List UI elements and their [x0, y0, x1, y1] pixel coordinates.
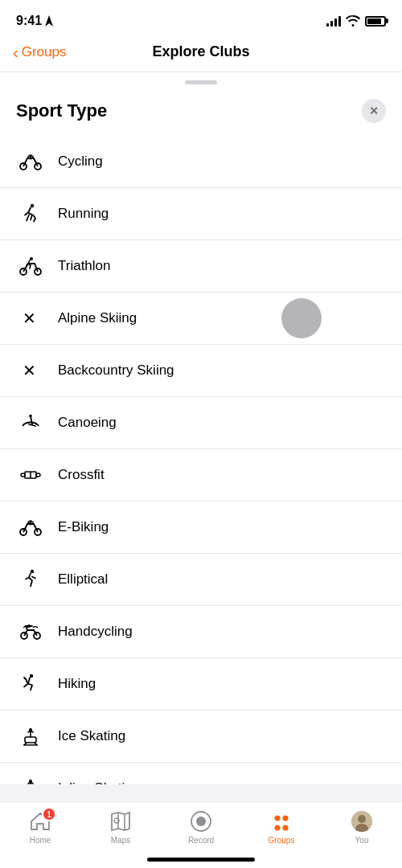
sport-name: Crossfit	[58, 467, 105, 483]
sport-name: Cycling	[58, 154, 103, 170]
maps-icon	[109, 810, 132, 833]
back-chevron-icon: ‹	[13, 44, 18, 60]
sport-name: Ice Skating	[58, 728, 125, 744]
location-icon	[45, 15, 53, 27]
back-button[interactable]: ‹ Groups	[13, 44, 66, 60]
cycling-icon	[16, 147, 45, 176]
sport-type-sheet: Sport Type ✕ Cycling	[0, 84, 402, 784]
svg-point-38	[275, 825, 281, 831]
list-item[interactable]: ✕ Backcountry Skiing	[0, 345, 402, 397]
list-item[interactable]: Canoeing	[0, 397, 402, 449]
sport-name: Handcycling	[58, 624, 133, 640]
svg-point-3	[31, 204, 34, 207]
pressed-overlay	[281, 298, 322, 338]
tab-maps[interactable]: Maps	[88, 810, 153, 845]
sport-name: Alpine Skiing	[58, 310, 137, 326]
wifi-icon	[346, 15, 360, 27]
e-biking-icon: e	[16, 513, 45, 542]
status-time: 9:41	[16, 14, 53, 28]
alpine-skiing-icon: ✕	[16, 304, 45, 333]
sheet-handle-area	[0, 72, 402, 84]
list-item[interactable]: e E-Biking	[0, 502, 402, 554]
top-nav: ‹ Groups Explore Clubs	[0, 35, 402, 72]
sport-name: Canoeing	[58, 415, 117, 431]
groups-icon	[270, 810, 293, 833]
svg-point-6	[30, 257, 33, 260]
sheet-header: Sport Type ✕	[0, 84, 402, 136]
svg-point-22	[30, 674, 33, 678]
tab-you-label: You	[355, 836, 369, 845]
sport-name: Backcountry Skiing	[58, 362, 174, 379]
running-icon	[16, 199, 45, 228]
list-item[interactable]: Inline Skating	[0, 763, 402, 784]
svg-point-39	[283, 825, 289, 831]
list-item[interactable]: ✕ Alpine Skiing	[0, 293, 402, 345]
home-icon: 1	[29, 810, 51, 833]
tab-home-label: Home	[30, 836, 51, 845]
list-item[interactable]: Running	[0, 188, 402, 240]
sport-name: Hiking	[58, 676, 96, 692]
sheet-handle	[185, 80, 217, 84]
svg-text:✕: ✕	[23, 309, 36, 327]
sheet-title: Sport Type	[16, 100, 107, 121]
list-item[interactable]: Handcycling	[0, 606, 402, 658]
svg-text:e: e	[28, 519, 31, 524]
svg-point-29	[29, 780, 32, 783]
home-indicator	[147, 858, 255, 862]
time-text: 9:41	[16, 14, 42, 28]
handcycling-icon	[16, 617, 45, 646]
triathlon-icon	[16, 252, 45, 280]
list-item[interactable]: Ice Skating	[0, 710, 402, 763]
tab-home[interactable]: 1 Home	[8, 810, 72, 845]
close-button[interactable]: ✕	[362, 99, 386, 123]
list-item[interactable]: Elliptical	[0, 554, 402, 606]
canoeing-icon	[16, 408, 45, 437]
user-avatar	[351, 811, 372, 832]
signal-icon	[326, 15, 341, 27]
sport-list: Cycling Running	[0, 136, 402, 784]
list-item[interactable]: Triathlon	[0, 240, 402, 293]
svg-point-41	[358, 815, 366, 823]
svg-point-24	[29, 728, 32, 731]
svg-point-36	[275, 816, 281, 821]
tab-maps-label: Maps	[111, 836, 130, 845]
elliptical-icon	[16, 565, 45, 594]
svg-point-35	[196, 817, 206, 826]
home-badge: 1	[42, 807, 56, 821]
tab-you[interactable]: You	[330, 810, 394, 845]
sport-name: Inline Skating	[58, 780, 140, 784]
svg-point-9	[29, 415, 32, 418]
page-title: Explore Clubs	[152, 43, 249, 60]
list-item[interactable]: Cycling	[0, 136, 402, 188]
battery-icon	[365, 16, 386, 27]
svg-point-18	[31, 570, 34, 573]
you-avatar	[351, 810, 373, 833]
status-bar: 9:41	[0, 0, 402, 35]
record-icon	[190, 810, 212, 833]
list-item[interactable]: Hiking	[0, 658, 402, 710]
tab-groups-label: Groups	[269, 836, 295, 845]
sport-name: Running	[58, 206, 109, 222]
hiking-icon	[16, 669, 45, 698]
list-item[interactable]: Crossfit	[0, 449, 402, 502]
status-icons	[326, 15, 386, 27]
svg-point-37	[283, 816, 289, 821]
inline-skating-icon	[16, 774, 45, 784]
backcountry-skiing-icon: ✕	[16, 356, 45, 385]
back-label: Groups	[22, 44, 67, 60]
sport-name: E-Biking	[58, 519, 109, 535]
svg-rect-23	[25, 737, 36, 743]
crossfit-icon	[16, 461, 45, 489]
svg-point-2	[30, 158, 32, 160]
sport-name: Triathlon	[58, 258, 111, 274]
svg-text:✕: ✕	[23, 362, 36, 379]
sport-name: Elliptical	[58, 571, 108, 588]
ice-skating-icon	[16, 722, 45, 751]
tab-record-label: Record	[188, 836, 214, 845]
tab-groups[interactable]: Groups	[249, 810, 314, 845]
tab-record[interactable]: Record	[169, 810, 233, 845]
